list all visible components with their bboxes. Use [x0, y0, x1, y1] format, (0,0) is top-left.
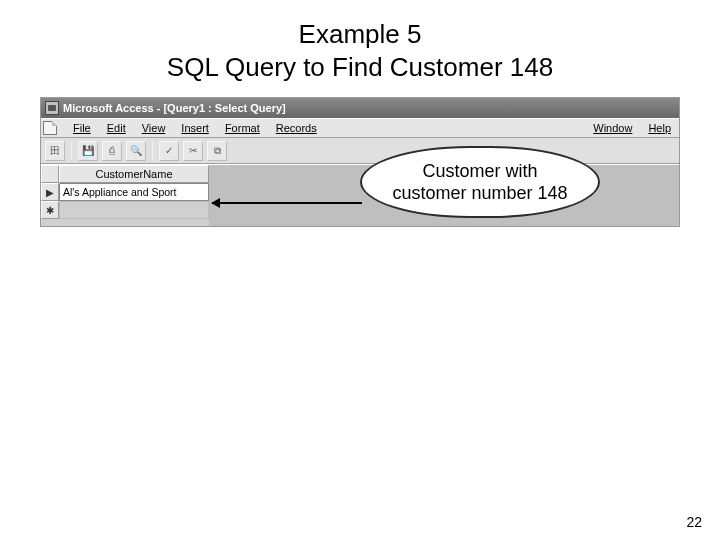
column-header-customername[interactable]: CustomerName: [59, 165, 209, 183]
annotation-callout: Customer with customer number 148: [360, 146, 600, 218]
menu-edit[interactable]: Edit: [99, 120, 134, 136]
toolbar-view-icon[interactable]: ⽥: [45, 141, 65, 161]
toolbar-separator: [71, 142, 72, 160]
access-app-icon: [45, 101, 59, 115]
menubar: File Edit View Insert Format Records Win…: [41, 118, 679, 138]
document-icon[interactable]: [43, 121, 57, 135]
callout-line1: Customer with: [422, 161, 537, 181]
datasheet-grid: CustomerName Al's Appliance and Sport: [59, 165, 209, 226]
menu-records[interactable]: Records: [268, 120, 325, 136]
callout-arrow-icon: [212, 202, 362, 204]
slide-title-line2: SQL Query to Find Customer 148: [167, 52, 553, 82]
menu-window[interactable]: Window: [585, 120, 640, 136]
page-number: 22: [686, 514, 702, 530]
menu-format[interactable]: Format: [217, 120, 268, 136]
window-titlebar: Microsoft Access - [Query1 : Select Quer…: [41, 98, 679, 118]
toolbar-separator: [152, 142, 153, 160]
callout-line2: customer number 148: [392, 183, 567, 203]
window-title-text: Microsoft Access - [Query1 : Select Quer…: [63, 102, 286, 114]
toolbar: ⽥ 💾 ⎙ 🔍 ✓ ✂ ⧉: [41, 138, 679, 164]
row-selector-column: ▶ ✱: [41, 165, 59, 226]
slide-title-line1: Example 5: [299, 19, 422, 49]
menu-insert[interactable]: Insert: [173, 120, 217, 136]
toolbar-print-icon[interactable]: ⎙: [102, 141, 122, 161]
toolbar-preview-icon[interactable]: 🔍: [126, 141, 146, 161]
empty-grid-row: [59, 201, 209, 219]
menu-view[interactable]: View: [134, 120, 174, 136]
toolbar-save-icon[interactable]: 💾: [78, 141, 98, 161]
row-selector-current[interactable]: ▶: [41, 183, 59, 201]
toolbar-cut-icon[interactable]: ✂: [183, 141, 203, 161]
current-row-marker-icon: ▶: [46, 187, 54, 198]
menu-help[interactable]: Help: [640, 120, 679, 136]
slide-title: Example 5 SQL Query to Find Customer 148: [0, 18, 720, 83]
row-selector-new[interactable]: ✱: [41, 201, 59, 219]
cell-row1-customername[interactable]: Al's Appliance and Sport: [59, 183, 209, 201]
corner-selector[interactable]: [41, 165, 59, 183]
toolbar-copy-icon[interactable]: ⧉: [207, 141, 227, 161]
access-window: Microsoft Access - [Query1 : Select Quer…: [40, 97, 680, 227]
menu-file[interactable]: File: [65, 120, 99, 136]
new-row-marker-icon: ✱: [46, 205, 54, 216]
toolbar-spell-icon[interactable]: ✓: [159, 141, 179, 161]
